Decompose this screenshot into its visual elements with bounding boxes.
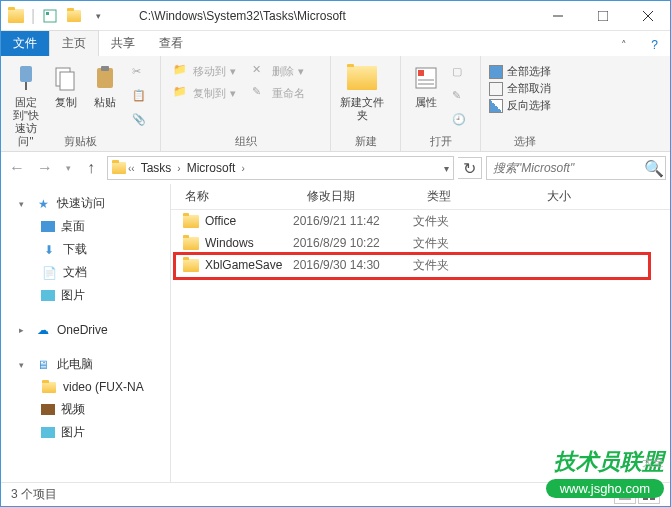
- status-bar: 3 个项目: [1, 482, 670, 506]
- svg-rect-21: [643, 496, 648, 500]
- copypath-button[interactable]: 📋: [128, 86, 152, 108]
- rename-icon: ✎: [252, 85, 268, 101]
- nav-videos[interactable]: 视频: [1, 398, 170, 421]
- chevron-right-icon[interactable]: ▸: [19, 325, 29, 335]
- edit-button[interactable]: ✎: [448, 86, 472, 108]
- breadcrumb-microsoft[interactable]: Microsoft: [183, 161, 240, 175]
- qat-properties-icon[interactable]: [39, 5, 61, 27]
- history-button[interactable]: 🕘: [448, 110, 472, 132]
- ribbon: 固定到"快速访问" 复制 粘贴 ✂ 📋 📎 剪贴板 📁移动到 ▾ ✕删除 ▾: [1, 56, 670, 152]
- cut-icon: ✂: [132, 65, 148, 81]
- selectall-button[interactable]: 全部选择: [489, 64, 561, 79]
- svg-rect-0: [44, 10, 56, 22]
- picture-icon: [41, 290, 55, 301]
- nav-videodrive[interactable]: video (FUX-NA: [1, 376, 170, 398]
- nav-up-button[interactable]: ↑: [79, 156, 103, 180]
- picture-icon: [41, 427, 55, 438]
- refresh-button[interactable]: ↻: [458, 157, 482, 179]
- qat-dropdown-icon[interactable]: ▾: [87, 5, 109, 27]
- invertsel-button[interactable]: 反向选择: [489, 98, 561, 113]
- newfolder-button[interactable]: 新建文件夹: [339, 60, 385, 122]
- nav-pictures[interactable]: 图片: [1, 284, 170, 307]
- qat-separator: |: [29, 5, 37, 27]
- breadcrumb-tasks[interactable]: Tasks: [137, 161, 176, 175]
- minimize-button[interactable]: [535, 1, 580, 30]
- chevron-right-icon[interactable]: ›: [177, 163, 180, 174]
- nav-pictures2[interactable]: 图片: [1, 421, 170, 444]
- history-icon: 🕘: [452, 113, 468, 129]
- chevron-right-icon[interactable]: ›: [241, 163, 244, 174]
- svg-rect-19: [643, 490, 648, 494]
- nav-documents[interactable]: 📄文档: [1, 261, 170, 284]
- edit-icon: ✎: [452, 89, 468, 105]
- nav-desktop[interactable]: 桌面: [1, 215, 170, 238]
- col-type[interactable]: 类型: [413, 188, 533, 205]
- video-icon: [41, 404, 55, 415]
- open-button[interactable]: ▢: [448, 62, 472, 84]
- col-name[interactable]: 名称: [171, 188, 293, 205]
- paste-shortcut-button[interactable]: 📎: [128, 110, 152, 132]
- search-icon[interactable]: 🔍: [644, 159, 664, 178]
- selectnone-button[interactable]: 全部取消: [489, 81, 561, 96]
- open-icon: ▢: [452, 65, 468, 81]
- onedrive-icon: ☁: [35, 322, 51, 338]
- shortcut-icon: 📎: [132, 113, 148, 129]
- table-row[interactable]: Office 2016/9/21 11:42 文件夹: [171, 210, 670, 232]
- col-size[interactable]: 大小: [533, 188, 613, 205]
- delete-button[interactable]: ✕删除 ▾: [248, 60, 308, 82]
- chevron-right-icon[interactable]: ‹‹: [128, 163, 135, 174]
- ribbon-group-clipboard: 剪贴板: [1, 134, 160, 149]
- nav-back-button[interactable]: ←: [5, 156, 29, 180]
- maximize-button[interactable]: [580, 1, 625, 30]
- chevron-down-icon[interactable]: ▾: [19, 360, 29, 370]
- paste-button[interactable]: 粘贴: [88, 60, 122, 109]
- pin-icon: [10, 62, 42, 94]
- title-bar: | ▾ C:\Windows\System32\Tasks\Microsoft: [1, 1, 670, 31]
- copyto-button[interactable]: 📁复制到 ▾: [169, 82, 240, 104]
- addr-dropdown-icon[interactable]: ▾: [444, 163, 449, 174]
- address-box[interactable]: ‹‹ Tasks › Microsoft › ▾: [107, 156, 454, 180]
- nav-onedrive[interactable]: ▸☁OneDrive: [1, 319, 170, 341]
- file-list: 名称 修改日期 类型 大小 Office 2016/9/21 11:42 文件夹…: [171, 184, 670, 482]
- moveto-button[interactable]: 📁移动到 ▾: [169, 60, 240, 82]
- newfolder-icon: [346, 62, 378, 94]
- properties-button[interactable]: 属性: [409, 60, 442, 109]
- navigation-pane: ▾★快速访问 桌面 ⬇下载 📄文档 图片 ▸☁OneDrive ▾🖥此电脑 vi…: [1, 184, 171, 482]
- document-icon: 📄: [41, 265, 57, 281]
- tab-file[interactable]: 文件: [1, 31, 49, 56]
- col-date[interactable]: 修改日期: [293, 188, 413, 205]
- nav-forward-button[interactable]: →: [33, 156, 57, 180]
- close-button[interactable]: [625, 1, 670, 30]
- moveto-icon: 📁: [173, 63, 189, 79]
- ribbon-group-organize: 组织: [161, 134, 330, 149]
- table-row[interactable]: Windows 2016/8/29 10:22 文件夹: [171, 232, 670, 254]
- pc-icon: 🖥: [35, 357, 51, 373]
- nav-thispc[interactable]: ▾🖥此电脑: [1, 353, 170, 376]
- selectnone-icon: [489, 82, 503, 96]
- delete-icon: ✕: [252, 63, 268, 79]
- tab-share[interactable]: 共享: [99, 31, 147, 56]
- tab-home[interactable]: 主页: [49, 30, 99, 56]
- chevron-down-icon[interactable]: ▾: [19, 199, 29, 209]
- paste-icon: [89, 62, 121, 94]
- ribbon-collapse-button[interactable]: ˄: [609, 35, 639, 56]
- copy-button[interactable]: 复制: [49, 60, 83, 109]
- view-icons-button[interactable]: [638, 486, 660, 504]
- nav-recent-button[interactable]: ▾: [61, 156, 75, 180]
- search-input[interactable]: [493, 161, 644, 175]
- folder-icon: [41, 379, 57, 395]
- view-details-button[interactable]: [614, 486, 636, 504]
- help-button[interactable]: ?: [639, 34, 670, 56]
- nav-quickaccess[interactable]: ▾★快速访问: [1, 192, 170, 215]
- cut-button[interactable]: ✂: [128, 62, 152, 84]
- nav-downloads[interactable]: ⬇下载: [1, 238, 170, 261]
- properties-icon: [410, 62, 442, 94]
- tab-view[interactable]: 查看: [147, 31, 195, 56]
- search-box[interactable]: 🔍: [486, 156, 666, 180]
- rename-button[interactable]: ✎重命名: [248, 82, 309, 104]
- table-row[interactable]: XblGameSave 2016/9/30 14:30 文件夹: [171, 254, 670, 276]
- copy-icon: [50, 62, 82, 94]
- selectall-icon: [489, 65, 503, 79]
- star-icon: ★: [35, 196, 51, 212]
- qat-newfolder-icon[interactable]: [63, 5, 85, 27]
